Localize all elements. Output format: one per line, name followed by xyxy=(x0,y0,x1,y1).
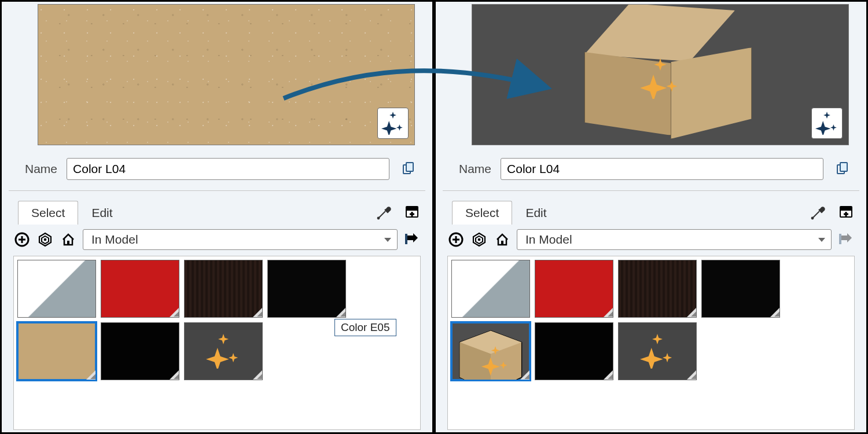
sparkle-icon xyxy=(640,334,675,369)
texture-indicator-icon xyxy=(604,370,613,380)
export-arrow-icon xyxy=(404,232,420,247)
material-swatch-black2[interactable] xyxy=(535,322,613,380)
sparkle-icon xyxy=(815,112,838,135)
chevron-down-icon xyxy=(818,238,825,242)
materials-panel-after: Name Select Edit xyxy=(436,2,866,432)
swatch-tooltip: Color E05 xyxy=(334,319,396,336)
tab-bar: Select Edit xyxy=(18,197,425,225)
sample-paint-button[interactable] xyxy=(376,204,393,221)
material-swatch-tan[interactable] xyxy=(17,322,96,380)
new-collection-icon xyxy=(838,205,854,220)
material-name-input[interactable] xyxy=(67,158,389,180)
plus-circle-icon xyxy=(448,232,464,247)
library-select-value: In Model xyxy=(525,233,572,247)
material-swatch-black[interactable] xyxy=(701,260,780,318)
library-select[interactable]: In Model xyxy=(83,229,398,250)
material-swatch-black2[interactable] xyxy=(101,322,179,380)
library-select[interactable]: In Model xyxy=(517,229,832,250)
export-arrow-icon xyxy=(838,232,854,247)
texture-indicator-icon xyxy=(604,308,613,317)
secondary-pane-toggle[interactable] xyxy=(36,231,54,248)
separator xyxy=(9,190,425,191)
material-grid: Color E05 xyxy=(13,256,421,430)
hexagon-icon xyxy=(472,232,487,247)
name-label: Name xyxy=(459,162,491,176)
preview-texture-flat xyxy=(38,5,414,145)
material-swatch-default[interactable] xyxy=(17,260,96,318)
preview-mode-toggle-button[interactable] xyxy=(377,108,409,139)
texture-indicator-icon xyxy=(170,370,179,380)
home-icon xyxy=(61,232,76,247)
material-swatch-default[interactable] xyxy=(451,260,530,318)
thumbnail-cube-icon xyxy=(452,323,529,380)
material-swatch-gray[interactable] xyxy=(618,322,697,380)
material-swatch-wood[interactable] xyxy=(618,260,697,318)
tab-select[interactable]: Select xyxy=(18,201,78,225)
new-collection-icon xyxy=(404,205,420,220)
texture-indicator-icon xyxy=(336,308,345,317)
eyedropper-icon xyxy=(377,205,392,220)
library-menu-button[interactable] xyxy=(837,231,855,248)
separator xyxy=(443,190,859,191)
preview-mode-toggle-button[interactable] xyxy=(811,108,843,139)
material-grid xyxy=(447,256,855,430)
texture-indicator-icon xyxy=(520,370,529,380)
duplicate-material-button[interactable] xyxy=(833,159,852,179)
tab-select[interactable]: Select xyxy=(452,201,512,225)
material-swatch-gray[interactable] xyxy=(184,322,263,380)
preview-3d-cube xyxy=(472,5,848,145)
library-menu-button[interactable] xyxy=(403,231,421,248)
texture-indicator-icon xyxy=(687,370,696,380)
material-preview[interactable] xyxy=(472,4,849,145)
material-name-input[interactable] xyxy=(501,158,823,180)
chevron-down-icon xyxy=(384,238,391,242)
sample-paint-button[interactable] xyxy=(810,204,827,221)
library-select-value: In Model xyxy=(91,233,138,247)
materials-panel-before: Name Select Edit xyxy=(2,2,432,432)
duplicate-material-button[interactable] xyxy=(399,159,418,179)
new-library-button[interactable] xyxy=(403,204,421,221)
texture-indicator-icon xyxy=(253,308,262,317)
copy-icon xyxy=(836,162,849,176)
eyedropper-icon xyxy=(811,205,826,220)
plus-circle-icon xyxy=(14,232,30,247)
copy-icon xyxy=(402,162,415,176)
material-swatch-red[interactable] xyxy=(535,260,613,318)
home-library-button[interactable] xyxy=(494,231,511,248)
home-icon xyxy=(495,232,510,247)
home-library-button[interactable] xyxy=(60,231,77,248)
texture-indicator-icon xyxy=(253,370,262,380)
new-library-button[interactable] xyxy=(837,204,855,221)
material-swatch-wood[interactable] xyxy=(184,260,263,318)
secondary-pane-toggle[interactable] xyxy=(470,231,488,248)
material-preview[interactable] xyxy=(38,4,415,145)
hexagon-icon xyxy=(38,232,53,247)
sparkle-icon xyxy=(206,334,241,369)
material-swatch-red[interactable] xyxy=(101,260,179,318)
texture-indicator-icon xyxy=(770,308,779,317)
material-swatch-black[interactable] xyxy=(267,260,346,318)
sparkle-icon xyxy=(381,112,404,135)
add-material-button[interactable] xyxy=(13,231,31,248)
tab-bar: Select Edit xyxy=(452,197,859,225)
tab-edit[interactable]: Edit xyxy=(78,201,126,225)
tab-edit[interactable]: Edit xyxy=(512,201,560,225)
add-material-button[interactable] xyxy=(447,231,465,248)
name-label: Name xyxy=(25,162,57,176)
material-swatch-thumb[interactable] xyxy=(451,322,530,380)
texture-indicator-icon xyxy=(86,370,95,380)
texture-indicator-icon xyxy=(687,308,696,317)
texture-indicator-icon xyxy=(170,308,179,317)
